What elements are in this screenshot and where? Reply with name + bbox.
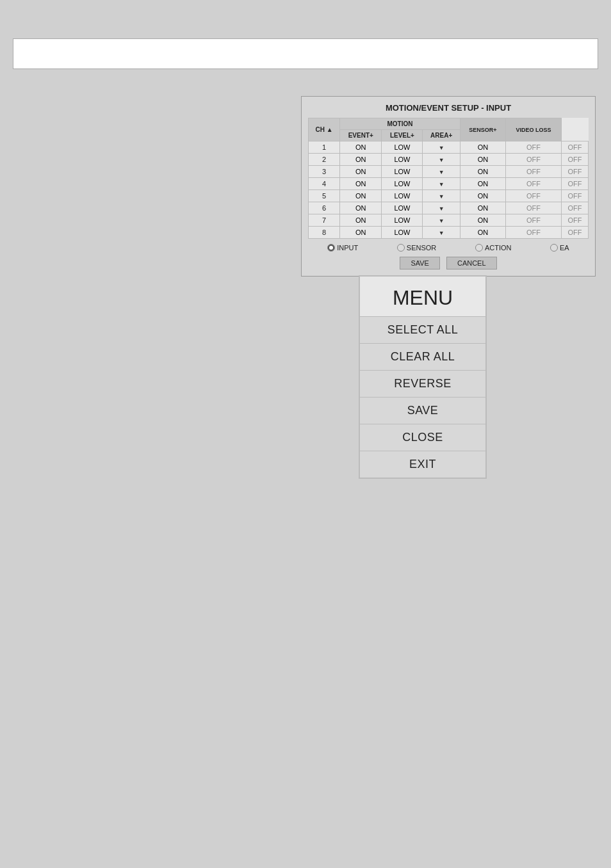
cell-videoloss[interactable]: OFF: [561, 227, 588, 239]
menu-items-container: SELECT ALLCLEAR ALLREVERSESAVECLOSEEXIT: [360, 316, 485, 478]
radio-row: INPUT SENSOR ACTION EA: [308, 244, 589, 252]
cell-ch: 3: [309, 166, 340, 178]
cell-videoloss[interactable]: OFF: [561, 154, 588, 166]
menu-item-clear-all[interactable]: CLEAR ALL: [360, 343, 485, 370]
cell-ch: 1: [309, 141, 340, 154]
col-event: EVENT+: [340, 130, 382, 141]
cell-videoloss[interactable]: OFF: [561, 166, 588, 178]
col-sensor-header: SENSOR+: [460, 118, 506, 141]
cell-event[interactable]: ON: [340, 202, 382, 214]
cell-ch: 2: [309, 154, 340, 166]
cell-videoloss[interactable]: OFF: [561, 214, 588, 227]
menu-item-reverse[interactable]: REVERSE: [360, 370, 485, 397]
col-motion-header: MOTION: [340, 118, 460, 130]
cell-ch: 7: [309, 214, 340, 227]
col-ch: CH ▲: [309, 118, 340, 141]
cell-level[interactable]: LOW: [382, 214, 423, 227]
radio-action[interactable]: ACTION: [475, 244, 512, 252]
table-row: 2 ON LOW ▼ ON OFF OFF: [309, 154, 589, 166]
cell-area[interactable]: ON: [460, 154, 506, 166]
cell-sensor[interactable]: OFF: [505, 166, 561, 178]
col-videoloss-header: VIDEO LOSS: [505, 118, 561, 141]
cell-event[interactable]: ON: [340, 190, 382, 202]
cell-sensor[interactable]: OFF: [505, 154, 561, 166]
cell-level[interactable]: LOW: [382, 227, 423, 239]
cell-dropdown[interactable]: ▼: [423, 178, 460, 190]
cell-area[interactable]: ON: [460, 202, 506, 214]
table-row: 4 ON LOW ▼ ON OFF OFF: [309, 178, 589, 190]
table-row: 6 ON LOW ▼ ON OFF OFF: [309, 202, 589, 214]
cell-event[interactable]: ON: [340, 166, 382, 178]
cell-sensor[interactable]: OFF: [505, 202, 561, 214]
motion-table: CH ▲ MOTION SENSOR+ VIDEO LOSS EVENT+ LE…: [308, 118, 589, 239]
table-row: 3 ON LOW ▼ ON OFF OFF: [309, 166, 589, 178]
cell-event[interactable]: ON: [340, 178, 382, 190]
cell-dropdown[interactable]: ▼: [423, 202, 460, 214]
radio-action-circle: [475, 244, 483, 252]
cell-level[interactable]: LOW: [382, 202, 423, 214]
radio-sensor-label: SENSOR: [407, 244, 436, 252]
cell-videoloss[interactable]: OFF: [561, 178, 588, 190]
cell-ch: 6: [309, 202, 340, 214]
cell-event[interactable]: ON: [340, 227, 382, 239]
cell-event[interactable]: ON: [340, 141, 382, 154]
cell-area[interactable]: ON: [460, 214, 506, 227]
radio-input[interactable]: INPUT: [327, 244, 358, 252]
cell-area[interactable]: ON: [460, 227, 506, 239]
cell-area[interactable]: ON: [460, 141, 506, 154]
cell-dropdown[interactable]: ▼: [423, 141, 460, 154]
menu-item-select-all[interactable]: SELECT ALL: [360, 316, 485, 343]
cell-event[interactable]: ON: [340, 214, 382, 227]
menu-item-save[interactable]: SAVE: [360, 397, 485, 424]
cell-dropdown[interactable]: ▼: [423, 227, 460, 239]
cancel-button[interactable]: CANCEL: [446, 257, 497, 269]
menu-panel: MENU SELECT ALLCLEAR ALLREVERSESAVECLOSE…: [359, 275, 487, 479]
cell-dropdown[interactable]: ▼: [423, 190, 460, 202]
cell-ch: 4: [309, 178, 340, 190]
top-bar: [13, 38, 598, 69]
cell-sensor[interactable]: OFF: [505, 141, 561, 154]
radio-input-label: INPUT: [337, 244, 358, 252]
cell-videoloss[interactable]: OFF: [561, 202, 588, 214]
radio-ea[interactable]: EA: [550, 244, 569, 252]
radio-ea-circle: [550, 244, 558, 252]
cell-level[interactable]: LOW: [382, 190, 423, 202]
menu-title: MENU: [360, 277, 485, 316]
radio-ea-label: EA: [560, 244, 569, 252]
cell-videoloss[interactable]: OFF: [561, 190, 588, 202]
cell-event[interactable]: ON: [340, 154, 382, 166]
cell-area[interactable]: ON: [460, 178, 506, 190]
table-row: 5 ON LOW ▼ ON OFF OFF: [309, 190, 589, 202]
cell-ch: 8: [309, 227, 340, 239]
radio-action-label: ACTION: [485, 244, 512, 252]
cell-dropdown[interactable]: ▼: [423, 154, 460, 166]
radio-sensor-circle: [397, 244, 405, 252]
table-row: 1 ON LOW ▼ ON OFF OFF: [309, 141, 589, 154]
motion-panel-title: MOTION/EVENT SETUP - INPUT: [308, 103, 589, 113]
cell-area[interactable]: ON: [460, 190, 506, 202]
table-row: 8 ON LOW ▼ ON OFF OFF: [309, 227, 589, 239]
menu-item-exit[interactable]: EXIT: [360, 451, 485, 478]
cell-level[interactable]: LOW: [382, 166, 423, 178]
cell-videoloss[interactable]: OFF: [561, 141, 588, 154]
table-row: 7 ON LOW ▼ ON OFF OFF: [309, 214, 589, 227]
cell-sensor[interactable]: OFF: [505, 190, 561, 202]
cell-dropdown[interactable]: ▼: [423, 166, 460, 178]
cell-area[interactable]: ON: [460, 166, 506, 178]
cell-level[interactable]: LOW: [382, 141, 423, 154]
cell-level[interactable]: LOW: [382, 154, 423, 166]
cell-ch: 5: [309, 190, 340, 202]
save-cancel-row: SAVE CANCEL: [308, 257, 589, 269]
motion-event-panel: MOTION/EVENT SETUP - INPUT CH ▲ MOTION S…: [301, 96, 596, 277]
save-button[interactable]: SAVE: [400, 257, 440, 269]
col-level: LEVEL+: [382, 130, 423, 141]
radio-input-circle: [327, 244, 335, 252]
menu-item-close[interactable]: CLOSE: [360, 424, 485, 451]
cell-dropdown[interactable]: ▼: [423, 214, 460, 227]
cell-level[interactable]: LOW: [382, 178, 423, 190]
radio-sensor[interactable]: SENSOR: [397, 244, 436, 252]
cell-sensor[interactable]: OFF: [505, 214, 561, 227]
cell-sensor[interactable]: OFF: [505, 178, 561, 190]
col-area: AREA+: [423, 130, 460, 141]
cell-sensor[interactable]: OFF: [505, 227, 561, 239]
